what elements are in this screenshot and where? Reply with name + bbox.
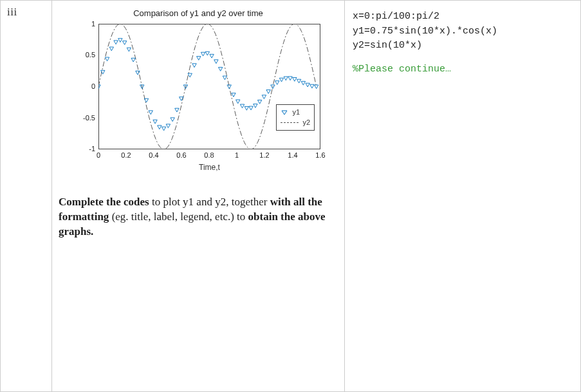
x-tick: 0.8 [204, 151, 214, 159]
y-tick: -0.5 [69, 114, 95, 122]
x-tick: 0.6 [176, 151, 186, 159]
series-y1 [98, 39, 318, 131]
chart-title: Comparison of y1 and y2 over time [63, 8, 333, 18]
series-y2 [98, 24, 317, 149]
q-bold: Complete the codes [59, 196, 149, 208]
x-tick: 0.4 [149, 151, 158, 159]
y-tick: 1 [69, 20, 95, 28]
q-span: (eg. title, label, legend, etc.) to [109, 210, 248, 223]
question-text: Complete the codes to plot y1 and y2, to… [59, 195, 329, 239]
x-tick: 0 [97, 151, 100, 159]
x-tick: 1.4 [288, 151, 297, 159]
code-line: x=0:pi/100:pi/2 [353, 10, 573, 24]
x-tick: 1.6 [315, 151, 325, 159]
left-column: Comparison of y1 and y2 over time y1 y2 [52, 1, 345, 391]
x-tick: 1.2 [259, 151, 269, 159]
y-tick: -1 [69, 145, 95, 153]
x-tick: 1 [235, 151, 239, 159]
item-label-cell: iii [0, 0, 51, 392]
x-tick: 0.2 [121, 151, 131, 159]
q-span: to plot y1 and y2, together [149, 196, 270, 208]
body-cell: Comparison of y1 and y2 over time y1 y2 [51, 0, 581, 392]
item-label: iii [7, 6, 17, 18]
y-tick: 0.5 [69, 51, 95, 59]
code-line: y1=0.75*sin(10*x).*cos(x) [353, 24, 573, 39]
chart: Comparison of y1 and y2 over time y1 y2 [63, 8, 333, 176]
x-axis-label: Time,t [98, 163, 320, 172]
y-tick: 0 [69, 82, 95, 90]
code-comment: %Please continue… [353, 62, 573, 77]
plot-svg [98, 24, 320, 149]
code-line: y2=sin(10*x) [353, 39, 573, 53]
page: iii Comparison of y1 and y2 over time y1 [0, 0, 581, 392]
code-column: x=0:pi/100:pi/2 y1=0.75*sin(10*x).*cos(x… [345, 1, 580, 391]
